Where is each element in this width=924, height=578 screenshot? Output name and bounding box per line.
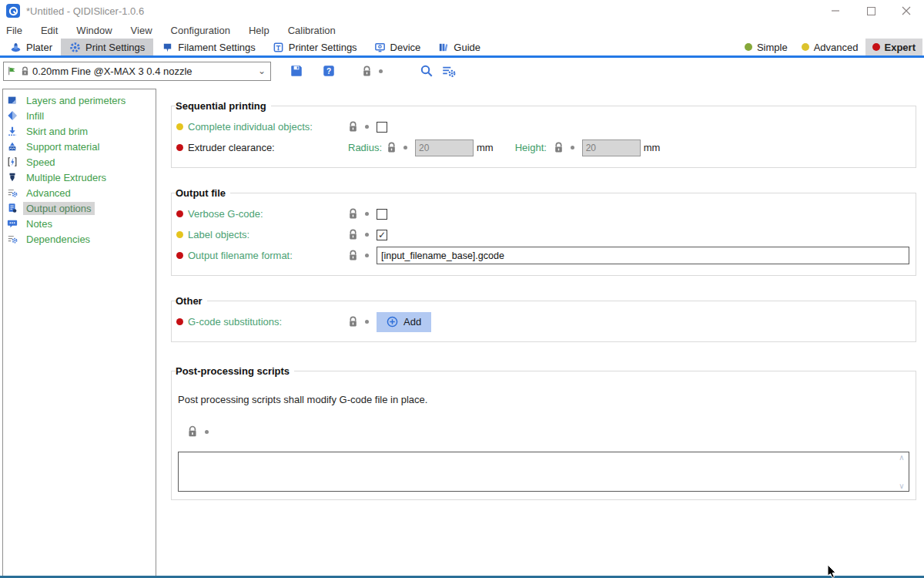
mode-simple[interactable]: Simple xyxy=(738,39,795,55)
output-filename-format-input[interactable] xyxy=(377,247,909,264)
menu-bar: File Edit Window View Configuration Help… xyxy=(0,22,924,39)
sidebar-item-notes[interactable]: Notes xyxy=(3,216,156,231)
revert-dot-icon xyxy=(403,146,407,150)
dependencies-icon xyxy=(7,234,18,244)
section-other: Other G-code substitutions: Add xyxy=(171,295,916,342)
sidebar-item-support-material[interactable]: Support material xyxy=(3,139,156,154)
settings-category-sidebar: Layers and perimeters Infill Skirt and b… xyxy=(2,89,156,578)
menu-view[interactable]: View xyxy=(131,25,152,36)
sidebar-item-label: Multiple Extruders xyxy=(23,171,109,184)
maximize-button[interactable] xyxy=(853,0,889,22)
sidebar-item-speed[interactable]: Speed xyxy=(3,154,156,170)
save-preset-button[interactable] xyxy=(290,64,303,78)
add-button-label: Add xyxy=(403,316,421,328)
option-label: Output filename format: xyxy=(188,250,348,261)
menu-calibration[interactable]: Calibration xyxy=(288,25,336,36)
menu-file[interactable]: File xyxy=(6,25,22,36)
gear-icon xyxy=(69,42,81,53)
simple-mode-dot-icon xyxy=(745,43,752,51)
lock-icon xyxy=(187,425,198,438)
sidebar-item-advanced[interactable]: Advanced xyxy=(3,185,156,200)
option-label: Extruder clearance: xyxy=(188,142,348,153)
sidebar-item-label: Speed xyxy=(23,156,59,169)
sidebar-item-dependencies[interactable]: Dependencies xyxy=(3,231,156,247)
option-row-verbose-gcode: Verbose G-code: xyxy=(176,203,911,224)
radius-label: Radius: xyxy=(348,142,387,153)
preset-name: 0.20mm Fine @X-MAX 3 0.4 nozzle xyxy=(32,66,253,77)
revert-dot-icon xyxy=(365,233,369,237)
title-bar: *Untitled - QIDISlicer-1.0.6 xyxy=(0,0,924,22)
maximize-icon xyxy=(867,7,875,15)
menu-edit[interactable]: Edit xyxy=(41,25,58,36)
lock-icon xyxy=(348,250,358,261)
app-logo-icon xyxy=(6,4,20,18)
option-row-output-filename-format: Output filename format: xyxy=(176,245,911,266)
post-processing-scripts-textarea[interactable] xyxy=(178,452,909,492)
expert-mode-dot-icon xyxy=(176,318,183,325)
add-substitution-button[interactable]: Add xyxy=(377,312,431,332)
section-title: Output file xyxy=(176,187,230,199)
extruder-clearance-height-input[interactable] xyxy=(582,139,641,156)
revert-dot-icon xyxy=(365,254,369,257)
mode-advanced[interactable]: Advanced xyxy=(795,39,865,55)
menu-window[interactable]: Window xyxy=(76,25,112,36)
scroll-up-icon[interactable]: ∧ xyxy=(899,453,904,462)
tab-plater[interactable]: Plater xyxy=(2,39,61,55)
lock-icon xyxy=(348,229,358,240)
preset-lock-indicator xyxy=(362,66,390,77)
advanced-icon xyxy=(7,187,18,198)
minimize-button[interactable] xyxy=(818,0,853,22)
skirt-icon xyxy=(7,126,18,136)
svg-text:?: ? xyxy=(326,67,331,76)
revert-dot-icon xyxy=(571,146,574,150)
mouse-cursor xyxy=(827,565,838,578)
option-row-extruder-clearance: Extruder clearance: Radius: mm Height: m… xyxy=(176,137,911,158)
tab-label: Plater xyxy=(26,42,52,53)
section-title: Post-processing scripts xyxy=(176,365,294,377)
sidebar-item-label: Output options xyxy=(23,202,95,215)
mode-expert[interactable]: Expert xyxy=(865,39,922,55)
preset-help-button[interactable]: ? xyxy=(322,64,336,78)
compare-settings-button[interactable] xyxy=(441,64,456,78)
close-button[interactable] xyxy=(889,0,924,22)
menu-configuration[interactable]: Configuration xyxy=(171,25,230,36)
menu-help[interactable]: Help xyxy=(249,25,270,36)
lock-icon xyxy=(21,66,29,76)
label-objects-checkbox[interactable]: ✓ xyxy=(377,230,387,240)
textarea-scrollbar[interactable]: ∧ ∨ xyxy=(897,453,906,490)
section-output-file: Output file Verbose G-code: Label object… xyxy=(171,187,916,276)
complete-individual-objects-checkbox[interactable] xyxy=(377,122,387,133)
support-icon xyxy=(7,141,18,152)
verbose-gcode-checkbox[interactable] xyxy=(377,209,387,220)
option-label: Verbose G-code: xyxy=(188,208,348,220)
mode-switcher: Simple Advanced Expert xyxy=(738,39,924,55)
preset-dropdown[interactable]: 0.20mm Fine @X-MAX 3 0.4 nozzle ⌄ xyxy=(3,62,271,81)
tab-guide[interactable]: Guide xyxy=(429,39,489,55)
extruders-icon xyxy=(7,172,18,183)
sidebar-item-skirt-and-brim[interactable]: Skirt and brim xyxy=(3,123,156,139)
sidebar-item-output-options[interactable]: Output options xyxy=(3,200,156,216)
sidebar-item-multiple-extruders[interactable]: Multiple Extruders xyxy=(3,170,156,185)
tab-print-settings[interactable]: Print Settings xyxy=(61,39,153,55)
scroll-down-icon[interactable]: ∨ xyxy=(899,482,904,490)
plus-circle-icon xyxy=(387,316,398,328)
qidislicer-window: *Untitled - QIDISlicer-1.0.6 File Edit W… xyxy=(0,0,924,578)
extruder-clearance-radius-input[interactable] xyxy=(415,139,474,156)
tab-label: Filament Settings xyxy=(178,42,255,53)
tab-device[interactable]: Device xyxy=(366,39,430,55)
printer-icon xyxy=(273,42,284,53)
sidebar-item-infill[interactable]: Infill xyxy=(3,108,156,123)
revert-dot-icon xyxy=(205,430,209,434)
tab-printer-settings[interactable]: Printer Settings xyxy=(264,39,366,55)
help-icon: ? xyxy=(322,64,336,78)
search-button[interactable] xyxy=(420,64,434,78)
sidebar-item-layers-and-perimeters[interactable]: Layers and perimeters xyxy=(3,92,156,108)
tab-filament-settings[interactable]: Filament Settings xyxy=(153,39,263,55)
guide-icon xyxy=(437,42,449,53)
advanced-mode-dot-icon xyxy=(176,123,183,130)
tab-label: Printer Settings xyxy=(289,42,357,53)
unit-label: mm xyxy=(644,142,661,153)
lock-icon xyxy=(348,208,358,220)
speed-icon xyxy=(7,156,18,167)
infill-icon xyxy=(7,110,18,121)
